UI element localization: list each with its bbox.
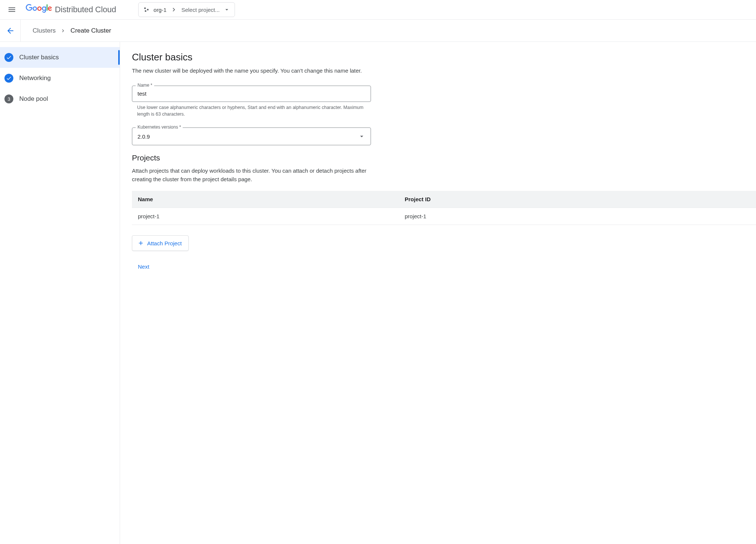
- k8s-selected-value: 2.0.9: [137, 133, 150, 140]
- kubernetes-version-field: Kubernetes versions * 2.0.9: [132, 127, 371, 145]
- step-label: Node pool: [19, 95, 48, 103]
- table-header-name: Name: [132, 191, 399, 208]
- step-cluster-basics[interactable]: Cluster basics: [0, 47, 120, 68]
- table-row: project-1 project-1: [132, 208, 756, 225]
- org-icon: [143, 6, 150, 13]
- breadcrumb-current: Create Cluster: [70, 27, 111, 34]
- project-id-cell: project-1: [399, 208, 756, 225]
- name-field-hint: Use lower case alphanumeric characters o…: [137, 104, 376, 118]
- chevron-right-icon: [170, 6, 178, 13]
- check-icon: [4, 53, 13, 62]
- svg-point-2: [145, 10, 147, 12]
- projects-title: Projects: [132, 153, 756, 162]
- name-input[interactable]: [132, 86, 371, 102]
- org-name: org-1: [153, 7, 166, 13]
- project-placeholder: Select project...: [181, 7, 219, 13]
- next-button[interactable]: Next: [132, 261, 155, 273]
- breadcrumb-parent[interactable]: Clusters: [33, 27, 56, 34]
- breadcrumb-bar: Clusters Create Cluster: [0, 20, 756, 42]
- step-label: Cluster basics: [19, 54, 59, 61]
- wizard-sidebar: Cluster basics Networking 3 Node pool: [0, 42, 120, 544]
- check-icon: [4, 74, 13, 83]
- hamburger-icon: [7, 5, 16, 14]
- product-logo: Distributed Cloud: [25, 4, 116, 15]
- name-field-label: Name *: [136, 83, 154, 88]
- attach-project-label: Attach Project: [147, 240, 182, 246]
- step-number-icon: 3: [4, 94, 13, 103]
- arrow-back-icon: [6, 26, 15, 35]
- project-name-cell: project-1: [132, 208, 399, 225]
- breadcrumb: Clusters Create Cluster: [33, 27, 111, 34]
- back-button[interactable]: [0, 20, 21, 42]
- plus-icon: [137, 240, 144, 246]
- projects-table: Name Project ID project-1 project-1: [132, 191, 756, 225]
- page-description: The new cluster will be deployed with th…: [132, 67, 373, 75]
- top-bar: Distributed Cloud org-1 Select project..…: [0, 0, 756, 20]
- svg-point-0: [144, 7, 146, 9]
- product-name: Distributed Cloud: [55, 5, 116, 14]
- main-content: Cluster basics The new cluster will be d…: [120, 42, 756, 544]
- dropdown-icon: [358, 133, 365, 140]
- menu-button[interactable]: [3, 1, 21, 19]
- name-field: Name *: [132, 86, 371, 102]
- svg-point-1: [147, 9, 149, 11]
- page-title: Cluster basics: [132, 52, 756, 63]
- k8s-field-label: Kubernetes versions *: [136, 125, 183, 130]
- chevron-right-icon: [60, 28, 66, 34]
- google-logo-icon: [25, 4, 53, 15]
- dropdown-icon: [223, 6, 230, 13]
- step-node-pool[interactable]: 3 Node pool: [0, 89, 120, 109]
- step-label: Networking: [19, 74, 51, 82]
- projects-description: Attach projects that can deploy workload…: [132, 167, 373, 183]
- kubernetes-version-select[interactable]: 2.0.9: [132, 127, 371, 145]
- table-header-id: Project ID: [399, 191, 756, 208]
- step-networking[interactable]: Networking: [0, 68, 120, 89]
- attach-project-button[interactable]: Attach Project: [132, 235, 189, 251]
- project-selector[interactable]: org-1 Select project...: [138, 2, 235, 17]
